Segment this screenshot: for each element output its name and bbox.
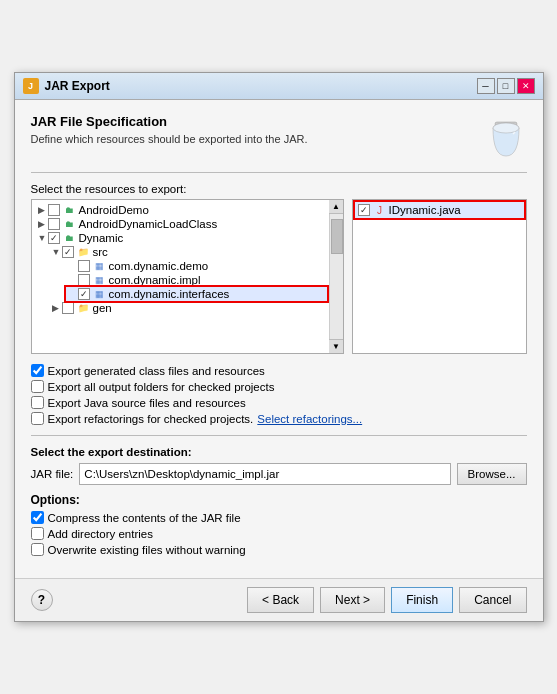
cb-com-demo[interactable] (78, 260, 90, 272)
scroll-down-arrow[interactable]: ▼ (329, 339, 343, 353)
cb-compress[interactable] (31, 511, 44, 524)
jar-file-label: JAR file: (31, 468, 74, 480)
section-title: JAR File Specification (31, 114, 308, 129)
cb-com-impl[interactable] (78, 274, 90, 286)
tree-item-android-demo[interactable]: ▶ 🖿 AndroidDemo (36, 203, 327, 217)
label-com-demo: com.dynamic.demo (109, 260, 209, 272)
cb-idynamic[interactable]: ✓ (358, 204, 370, 216)
icon-dynamic: 🖿 (63, 232, 77, 244)
icon-gen: 📁 (77, 302, 91, 314)
tree-item-gen[interactable]: ▶ 📁 gen (50, 301, 327, 315)
label-com-impl: com.dynamic.impl (109, 274, 201, 286)
file-panel[interactable]: ✓ J IDynamic.java (352, 199, 527, 354)
jar-file-input[interactable] (79, 463, 450, 485)
option-export-output: Export all output folders for checked pr… (31, 380, 527, 393)
cb-gen[interactable] (62, 302, 74, 314)
label-export-class: Export generated class files and resourc… (48, 365, 265, 377)
tree-item-com-demo[interactable]: ▦ com.dynamic.demo (66, 259, 327, 273)
label-android-demo: AndroidDemo (79, 204, 149, 216)
label-com-interfaces: com.dynamic.interfaces (109, 288, 230, 300)
maximize-button[interactable]: □ (497, 78, 515, 94)
title-bar-left: J JAR Export (23, 78, 110, 94)
cb-dynamic[interactable]: ✓ (48, 232, 60, 244)
label-overwrite: Overwrite existing files without warning (48, 544, 246, 556)
section-desc: Define which resources should be exporte… (31, 133, 308, 145)
export-dest-section: Select the export destination: JAR file:… (31, 446, 527, 485)
cb-com-interfaces[interactable]: ✓ (78, 288, 90, 300)
label-export-output: Export all output folders for checked pr… (48, 381, 275, 393)
minimize-button[interactable]: ─ (477, 78, 495, 94)
icon-com-interfaces: ▦ (93, 288, 107, 300)
cb-export-refactor[interactable] (31, 412, 44, 425)
bottom-bar: ? < Back Next > Finish Cancel (15, 578, 543, 621)
label-compress: Compress the contents of the JAR file (48, 512, 241, 524)
jar-title-icon: J (23, 78, 39, 94)
jar-export-window: J JAR Export ─ □ ✕ JAR File Specificatio… (14, 72, 544, 622)
cb-export-class[interactable] (31, 364, 44, 377)
browse-button[interactable]: Browse... (457, 463, 527, 485)
arrow-gen: ▶ (52, 303, 62, 313)
finish-button[interactable]: Finish (391, 587, 453, 613)
jar-file-row: JAR file: Browse... (31, 463, 527, 485)
options-label: Options: (31, 493, 527, 507)
cb-export-source[interactable] (31, 396, 44, 409)
back-button[interactable]: < Back (247, 587, 314, 613)
label-export-source: Export Java source files and resources (48, 397, 246, 409)
options-section: Options: Compress the contents of the JA… (31, 493, 527, 556)
option-export-source: Export Java source files and resources (31, 396, 527, 409)
label-gen: gen (93, 302, 112, 314)
select-refactorings-link[interactable]: Select refactorings... (257, 413, 362, 425)
cb-export-output[interactable] (31, 380, 44, 393)
tree-select-label: Select the resources to export: (31, 183, 527, 195)
scroll-up-arrow[interactable]: ▲ (329, 200, 343, 214)
cb-android-load[interactable] (48, 218, 60, 230)
arrow-android-load: ▶ (38, 219, 48, 229)
file-item-idynamic[interactable]: ✓ J IDynamic.java (355, 202, 524, 218)
mid-divider (31, 435, 527, 436)
cb-src[interactable]: ✓ (62, 246, 74, 258)
label-android-load: AndroidDynamicLoadClass (79, 218, 218, 230)
tree-scrollbar[interactable]: ▲ ▼ (329, 200, 343, 353)
option-export-refactor: Export refactorings for checked projects… (31, 412, 527, 425)
tree-item-android-load[interactable]: ▶ 🖿 AndroidDynamicLoadClass (36, 217, 327, 231)
label-dynamic: Dynamic (79, 232, 124, 244)
option-add-dir: Add directory entries (31, 527, 527, 540)
arrow-com-impl (68, 275, 78, 285)
scroll-thumb[interactable] (331, 219, 343, 254)
tree-item-src[interactable]: ▼ ✓ 📁 src (50, 245, 327, 259)
tree-scroll[interactable]: ▶ 🖿 AndroidDemo ▶ 🖿 AndroidDynamicLoadCl… (32, 200, 329, 353)
help-button[interactable]: ? (31, 589, 53, 611)
icon-com-demo: ▦ (93, 260, 107, 272)
close-button[interactable]: ✕ (517, 78, 535, 94)
arrow-com-interfaces (68, 289, 78, 299)
option-compress: Compress the contents of the JAR file (31, 511, 527, 524)
icon-idynamic: J (373, 204, 387, 216)
tree-item-com-impl[interactable]: ▦ com.dynamic.impl (66, 273, 327, 287)
tree-item-com-interfaces[interactable]: ✓ ▦ com.dynamic.interfaces (66, 287, 327, 301)
main-content: JAR File Specification Define which reso… (15, 100, 543, 578)
option-overwrite: Overwrite existing files without warning (31, 543, 527, 556)
cb-overwrite[interactable] (31, 543, 44, 556)
arrow-dynamic: ▼ (38, 233, 48, 243)
icon-com-impl: ▦ (93, 274, 107, 286)
title-bar-controls: ─ □ ✕ (477, 78, 535, 94)
label-add-dir: Add directory entries (48, 528, 153, 540)
option-export-class: Export generated class files and resourc… (31, 364, 527, 377)
jar-icon (485, 114, 527, 162)
cancel-button[interactable]: Cancel (459, 587, 526, 613)
tree-panel[interactable]: ▶ 🖿 AndroidDemo ▶ 🖿 AndroidDynamicLoadCl… (31, 199, 344, 354)
title-bar: J JAR Export ─ □ ✕ (15, 73, 543, 100)
window-title: JAR Export (45, 79, 110, 93)
label-idynamic: IDynamic.java (389, 204, 461, 216)
arrow-android-demo: ▶ (38, 205, 48, 215)
cb-android-demo[interactable] (48, 204, 60, 216)
export-options-section: Export generated class files and resourc… (31, 364, 527, 425)
header-divider (31, 172, 527, 173)
cb-add-dir[interactable] (31, 527, 44, 540)
tree-file-row: ▶ 🖿 AndroidDemo ▶ 🖿 AndroidDynamicLoadCl… (31, 199, 527, 354)
dest-label: Select the export destination: (31, 446, 527, 458)
svg-point-2 (493, 123, 519, 133)
tree-item-dynamic[interactable]: ▼ ✓ 🖿 Dynamic (36, 231, 327, 245)
icon-src: 📁 (77, 246, 91, 258)
next-button[interactable]: Next > (320, 587, 385, 613)
